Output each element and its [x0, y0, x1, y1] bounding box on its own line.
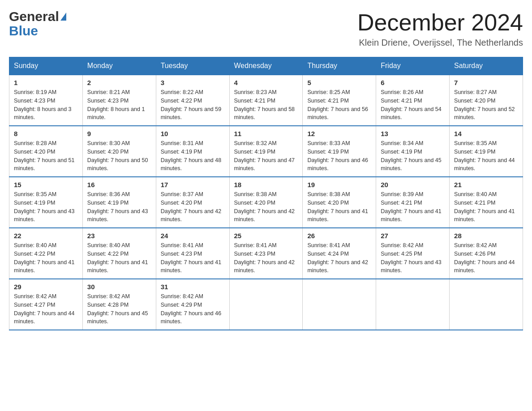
day-info: Sunrise: 8:25 AM Sunset: 4:21 PM Dayligh…	[307, 88, 371, 122]
calendar-day-cell: 26 Sunrise: 8:41 AM Sunset: 4:24 PM Dayl…	[303, 228, 376, 279]
day-info: Sunrise: 8:35 AM Sunset: 4:19 PM Dayligh…	[454, 139, 518, 173]
day-info: Sunrise: 8:32 AM Sunset: 4:19 PM Dayligh…	[234, 139, 298, 173]
day-info: Sunrise: 8:41 AM Sunset: 4:23 PM Dayligh…	[234, 241, 298, 275]
month-title: December 2024	[357, 9, 523, 36]
weekday-header-saturday: Saturday	[450, 57, 523, 75]
calendar-day-cell: 2 Sunrise: 8:21 AM Sunset: 4:23 PM Dayli…	[82, 75, 156, 126]
day-number: 20	[381, 181, 445, 188]
calendar-day-cell: 9 Sunrise: 8:30 AM Sunset: 4:20 PM Dayli…	[82, 126, 156, 177]
day-number: 26	[307, 232, 371, 240]
calendar-day-cell: 11 Sunrise: 8:32 AM Sunset: 4:19 PM Dayl…	[229, 126, 303, 177]
day-info: Sunrise: 8:42 AM Sunset: 4:27 PM Dayligh…	[14, 292, 78, 326]
calendar-table: SundayMondayTuesdayWednesdayThursdayFrid…	[9, 57, 523, 330]
weekday-header-row: SundayMondayTuesdayWednesdayThursdayFrid…	[9, 57, 523, 75]
day-number: 22	[14, 232, 78, 240]
weekday-header-friday: Friday	[376, 57, 450, 75]
calendar-day-cell: 1 Sunrise: 8:19 AM Sunset: 4:23 PM Dayli…	[9, 75, 83, 126]
calendar-day-cell: 22 Sunrise: 8:40 AM Sunset: 4:22 PM Dayl…	[9, 228, 83, 279]
calendar-day-cell: 25 Sunrise: 8:41 AM Sunset: 4:23 PM Dayl…	[229, 228, 303, 279]
day-info: Sunrise: 8:23 AM Sunset: 4:21 PM Dayligh…	[234, 88, 298, 122]
day-info: Sunrise: 8:28 AM Sunset: 4:20 PM Dayligh…	[14, 139, 78, 173]
day-info: Sunrise: 8:27 AM Sunset: 4:20 PM Dayligh…	[454, 88, 518, 122]
day-number: 8	[14, 130, 78, 137]
calendar-day-cell: 7 Sunrise: 8:27 AM Sunset: 4:20 PM Dayli…	[450, 75, 523, 126]
calendar-day-cell: 15 Sunrise: 8:35 AM Sunset: 4:19 PM Dayl…	[9, 177, 83, 228]
weekday-header-sunday: Sunday	[9, 57, 83, 75]
day-info: Sunrise: 8:41 AM Sunset: 4:23 PM Dayligh…	[161, 241, 225, 275]
day-info: Sunrise: 8:42 AM Sunset: 4:25 PM Dayligh…	[381, 241, 445, 275]
day-info: Sunrise: 8:37 AM Sunset: 4:20 PM Dayligh…	[161, 190, 225, 224]
calendar-day-cell	[376, 279, 450, 330]
calendar-day-cell: 27 Sunrise: 8:42 AM Sunset: 4:25 PM Dayl…	[376, 228, 450, 279]
day-number: 9	[87, 130, 151, 137]
day-number: 19	[307, 181, 371, 188]
calendar-day-cell: 4 Sunrise: 8:23 AM Sunset: 4:21 PM Dayli…	[229, 75, 303, 126]
logo: General Blue	[9, 9, 66, 41]
day-info: Sunrise: 8:34 AM Sunset: 4:19 PM Dayligh…	[381, 139, 445, 173]
calendar-day-cell: 30 Sunrise: 8:42 AM Sunset: 4:28 PM Dayl…	[82, 279, 156, 330]
day-number: 6	[381, 79, 445, 86]
day-info: Sunrise: 8:26 AM Sunset: 4:21 PM Dayligh…	[381, 88, 445, 122]
day-info: Sunrise: 8:38 AM Sunset: 4:20 PM Dayligh…	[234, 190, 298, 224]
day-number: 14	[454, 130, 518, 137]
day-info: Sunrise: 8:21 AM Sunset: 4:23 PM Dayligh…	[87, 88, 151, 122]
calendar-day-cell: 29 Sunrise: 8:42 AM Sunset: 4:27 PM Dayl…	[9, 279, 83, 330]
day-number: 7	[454, 79, 518, 86]
day-number: 27	[381, 232, 445, 240]
calendar-day-cell: 19 Sunrise: 8:38 AM Sunset: 4:20 PM Dayl…	[303, 177, 376, 228]
day-info: Sunrise: 8:40 AM Sunset: 4:22 PM Dayligh…	[87, 241, 151, 275]
calendar-day-cell: 10 Sunrise: 8:31 AM Sunset: 4:19 PM Dayl…	[156, 126, 229, 177]
day-number: 28	[454, 232, 518, 240]
weekday-header-tuesday: Tuesday	[156, 57, 229, 75]
weekday-header-wednesday: Wednesday	[229, 57, 303, 75]
logo-blue-text: Blue	[9, 23, 38, 39]
day-info: Sunrise: 8:35 AM Sunset: 4:19 PM Dayligh…	[14, 190, 78, 224]
day-number: 2	[87, 79, 151, 86]
logo-triangle-icon	[60, 13, 66, 21]
page-header: General Blue December 2024 Klein Driene,…	[9, 9, 523, 48]
logo-general-text: General	[9, 9, 59, 24]
day-number: 3	[161, 79, 225, 86]
day-number: 4	[234, 79, 298, 86]
day-number: 21	[454, 181, 518, 188]
calendar-day-cell: 16 Sunrise: 8:36 AM Sunset: 4:19 PM Dayl…	[82, 177, 156, 228]
day-info: Sunrise: 8:42 AM Sunset: 4:26 PM Dayligh…	[454, 241, 518, 275]
calendar-day-cell: 13 Sunrise: 8:34 AM Sunset: 4:19 PM Dayl…	[376, 126, 450, 177]
weekday-header-monday: Monday	[82, 57, 156, 75]
day-info: Sunrise: 8:40 AM Sunset: 4:21 PM Dayligh…	[454, 190, 518, 224]
day-info: Sunrise: 8:31 AM Sunset: 4:19 PM Dayligh…	[161, 139, 225, 173]
day-number: 5	[307, 79, 371, 86]
day-number: 23	[87, 232, 151, 240]
calendar-day-cell: 6 Sunrise: 8:26 AM Sunset: 4:21 PM Dayli…	[376, 75, 450, 126]
day-info: Sunrise: 8:30 AM Sunset: 4:20 PM Dayligh…	[87, 139, 151, 173]
calendar-day-cell: 24 Sunrise: 8:41 AM Sunset: 4:23 PM Dayl…	[156, 228, 229, 279]
day-number: 17	[161, 181, 225, 188]
calendar-day-cell: 23 Sunrise: 8:40 AM Sunset: 4:22 PM Dayl…	[82, 228, 156, 279]
calendar-day-cell: 3 Sunrise: 8:22 AM Sunset: 4:22 PM Dayli…	[156, 75, 229, 126]
day-number: 11	[234, 130, 298, 137]
location: Klein Driene, Overijssel, The Netherland…	[357, 38, 523, 48]
calendar-day-cell: 12 Sunrise: 8:33 AM Sunset: 4:19 PM Dayl…	[303, 126, 376, 177]
calendar-week-row: 29 Sunrise: 8:42 AM Sunset: 4:27 PM Dayl…	[9, 279, 523, 330]
calendar-day-cell: 8 Sunrise: 8:28 AM Sunset: 4:20 PM Dayli…	[9, 126, 83, 177]
day-number: 10	[161, 130, 225, 137]
calendar-week-row: 1 Sunrise: 8:19 AM Sunset: 4:23 PM Dayli…	[9, 75, 523, 126]
day-info: Sunrise: 8:19 AM Sunset: 4:23 PM Dayligh…	[14, 88, 78, 122]
day-number: 29	[14, 283, 78, 291]
day-number: 24	[161, 232, 225, 240]
day-number: 25	[234, 232, 298, 240]
day-number: 1	[14, 79, 78, 86]
calendar-day-cell: 14 Sunrise: 8:35 AM Sunset: 4:19 PM Dayl…	[450, 126, 523, 177]
day-number: 12	[307, 130, 371, 137]
calendar-day-cell: 20 Sunrise: 8:39 AM Sunset: 4:21 PM Dayl…	[376, 177, 450, 228]
calendar-week-row: 8 Sunrise: 8:28 AM Sunset: 4:20 PM Dayli…	[9, 126, 523, 177]
day-info: Sunrise: 8:33 AM Sunset: 4:19 PM Dayligh…	[307, 139, 371, 173]
day-number: 18	[234, 181, 298, 188]
day-info: Sunrise: 8:40 AM Sunset: 4:22 PM Dayligh…	[14, 241, 78, 275]
day-info: Sunrise: 8:38 AM Sunset: 4:20 PM Dayligh…	[307, 190, 371, 224]
day-number: 13	[381, 130, 445, 137]
calendar-day-cell: 21 Sunrise: 8:40 AM Sunset: 4:21 PM Dayl…	[450, 177, 523, 228]
calendar-day-cell: 18 Sunrise: 8:38 AM Sunset: 4:20 PM Dayl…	[229, 177, 303, 228]
weekday-header-thursday: Thursday	[303, 57, 376, 75]
day-number: 30	[87, 283, 151, 291]
